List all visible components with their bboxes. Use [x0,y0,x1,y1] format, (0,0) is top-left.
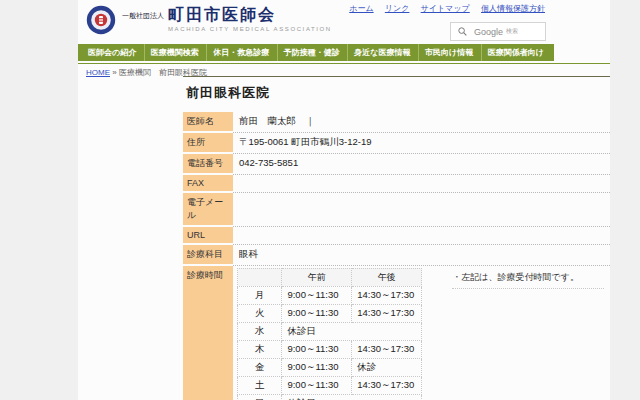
doctor-name-value: 前田 蘭太郎 ｜ [233,112,610,132]
google-search-input[interactable]: Google 検索 [450,22,546,41]
table-row: 電話番号 042-735-5851 [183,153,610,174]
day-label: 日 [238,394,282,400]
row-label: URL [183,226,233,244]
schedule-note-item: ・左記は、診療受付時間です。 [452,269,604,289]
nav-item-citizen-info[interactable]: 市民向け情報 [418,44,479,61]
clinic-details-table: 医師名 前田 蘭太郎 ｜ 住所 〒195-0061 町田市鶴川3-12-19 電… [183,112,610,400]
row-label: 電子メール [183,192,233,226]
am-hours: 9:00～11:30 [282,340,352,358]
pm-hours: 14:30～17:30 [352,304,422,322]
am-hours: 9:00～11:30 [282,376,352,394]
table-row: 電子メール [183,192,610,226]
day-label: 水 [238,322,282,340]
closed-label: 休診日 [282,394,422,400]
schedule-row-monday: 月 9:00～11:30 14:30～17:30 [238,286,422,304]
breadcrumb-home-link[interactable]: HOME [86,68,110,77]
pm-hours: 14:30～17:30 [352,376,422,394]
table-row: FAX [183,174,610,192]
title-divider [183,76,610,77]
schedule-row-sunday: 日 休診日 [238,394,422,400]
row-label: 住所 [183,132,233,153]
search-placeholder-brand: Google [474,27,503,37]
phone-value: 042-735-5851 [233,153,610,174]
table-row: URL [183,226,610,244]
main-navigation: 医師会の紹介 医療機関検索 休日・救急診療 予防接種・健診 身近な医療情報 市民… [78,44,554,61]
link-home[interactable]: ホーム [349,4,373,13]
link-privacy-policy[interactable]: 個人情報保護方針 [481,4,545,13]
table-row-schedule: 診療時間 午前 午後 [183,265,610,400]
header-divider [78,63,610,64]
table-row: 医師名 前田 蘭太郎 ｜ [183,112,610,132]
org-name-english: MACHIDA CITY MEDICAL ASSOCIATION [168,26,332,32]
page-container: 一般社団法人 町田市医師会 MACHIDA CITY MEDICAL ASSOC… [78,0,610,400]
day-label: 月 [238,286,282,304]
row-label: FAX [183,174,233,192]
url-value [233,226,610,244]
schedule-header-row: 午前 午後 [238,268,422,286]
nav-item-medical-info[interactable]: 身近な医療情報 [347,44,416,61]
day-label: 金 [238,358,282,376]
day-label: 火 [238,304,282,322]
nav-item-institution-search[interactable]: 医療機関検索 [144,44,205,61]
address-value: 〒195-0061 町田市鶴川3-12-19 [233,132,610,153]
org-name: 町田市医師会 [168,7,276,24]
search-icon [458,27,467,36]
utility-links: ホーム リンク サイトマップ 個人情報保護方針 [340,3,545,14]
breadcrumb-separator: » [112,68,116,77]
schedule-pm-header: 午後 [352,268,422,286]
schedule-day-col-header [238,268,282,286]
row-label: 診療科目 [183,244,233,265]
am-hours: 9:00～11:30 [282,358,352,376]
email-value [233,192,610,226]
fax-value [233,174,610,192]
closed-label: 休診日 [282,322,422,340]
link-sitemap[interactable]: サイトマップ [421,4,470,13]
schedule-note: ・左記は、診療受付時間です。 [452,269,604,289]
search-placeholder-hint: 検索 [506,27,518,36]
department-value: 眼科 [233,244,610,265]
nav-item-professionals[interactable]: 医療関係者向け [481,44,550,61]
association-logo-icon [86,5,116,35]
am-hours: 9:00～11:30 [282,286,352,304]
nav-item-about[interactable]: 医師会の紹介 [82,44,142,61]
consultation-hours-table: 午前 午後 月 9:00～11:30 14:30～17:30 [237,268,422,400]
nav-item-vaccination-checkup[interactable]: 予防接種・健診 [277,44,346,61]
site-header: 一般社団法人 町田市医師会 MACHIDA CITY MEDICAL ASSOC… [78,0,610,43]
table-row: 住所 〒195-0061 町田市鶴川3-12-19 [183,132,610,153]
org-type-label: 一般社団法人 [122,11,164,24]
row-label: 医師名 [183,112,233,132]
schedule-cell: 午前 午後 月 9:00～11:30 14:30～17:30 [233,265,610,400]
pm-closed-label: 休診 [352,358,422,376]
nav-item-holiday-emergency[interactable]: 休日・救急診療 [206,44,275,61]
pm-hours: 14:30～17:30 [352,340,422,358]
schedule-row-thursday: 木 9:00～11:30 14:30～17:30 [238,340,422,358]
schedule-row-friday: 金 9:00～11:30 休診 [238,358,422,376]
link-links[interactable]: リンク [385,4,410,13]
am-hours: 9:00～11:30 [282,304,352,322]
schedule-am-header: 午前 [282,268,352,286]
org-identity: 一般社団法人 町田市医師会 MACHIDA CITY MEDICAL ASSOC… [122,7,332,32]
row-label: 診療時間 [183,265,233,400]
day-label: 木 [238,340,282,358]
schedule-row-tuesday: 火 9:00～11:30 14:30～17:30 [238,304,422,322]
schedule-row-saturday: 土 9:00～11:30 14:30～17:30 [238,376,422,394]
schedule-row-wednesday: 水 休診日 [238,322,422,340]
table-row: 診療科目 眼科 [183,244,610,265]
page-title: 前田眼科医院 [186,84,610,102]
main-content: 前田眼科医院 医師名 前田 蘭太郎 ｜ 住所 〒195-0061 町田市鶴川3-… [183,76,610,400]
pm-hours: 14:30～17:30 [352,286,422,304]
day-label: 土 [238,376,282,394]
row-label: 電話番号 [183,153,233,174]
